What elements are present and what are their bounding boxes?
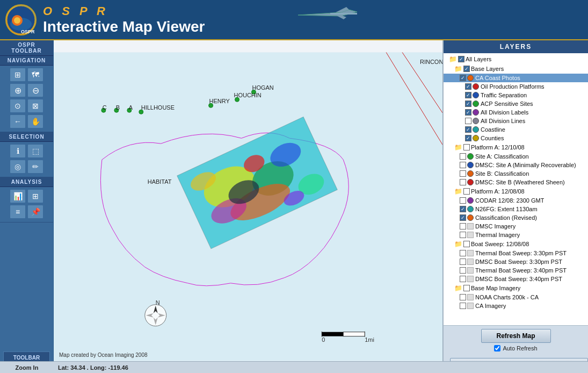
tree-item-dmsc-boat-340pm[interactable]: DMSC Boat Sweep: 3:40pm PST — [444, 275, 588, 283]
pencil-button[interactable]: ✏ — [27, 160, 43, 174]
tree-item-n26fg-extent[interactable]: ✓N26FG: Extent 1130am — [444, 205, 588, 213]
app-title-block: O S P R Interactive Map Viewer — [43, 4, 205, 35]
tree-item-all-division-labels[interactable]: ✓All Division Labels — [444, 108, 588, 117]
layer-icon — [467, 214, 474, 221]
pan-button[interactable]: ⊙ — [10, 99, 26, 113]
auto-refresh-checkbox[interactable] — [494, 345, 500, 352]
grid-view-button[interactable]: ⊞ — [10, 68, 26, 82]
ospr-toolbar-label: OSPRTOOLBAR — [0, 40, 53, 56]
tree-item-acp-sensitive-sites[interactable]: ✓ACP Sensitive Sites — [444, 99, 588, 108]
svg-text:RINCON ISLAND: RINCON ISLAND — [420, 59, 442, 65]
tree-item-dmsc-site-a[interactable]: DMSC: Site A (Minimally Recoverable) — [444, 161, 588, 169]
zoom-out-button[interactable]: ⊖ — [27, 83, 43, 97]
hand-tool-button[interactable]: ✋ — [27, 114, 43, 128]
tree-item-base-layers[interactable]: 📁✓Base Layers — [444, 64, 588, 74]
map-view-button[interactable]: 🗺 — [27, 68, 43, 82]
layer-checkbox[interactable]: ✓ — [463, 66, 470, 72]
info-button[interactable]: ℹ — [10, 144, 26, 158]
tree-item-platform-a-1208[interactable]: 📁Platform A: 12/08/08 — [444, 186, 588, 196]
layer-checkbox[interactable] — [460, 179, 466, 185]
tree-item-ca-imagery[interactable]: CA Imagery — [444, 302, 588, 310]
layer-label: All Division Lines — [481, 118, 525, 124]
layers-tree[interactable]: 📁✓All Layers📁✓Base Layers✓CA Coast Photo… — [444, 53, 588, 325]
tree-item-thermal-imagery[interactable]: Thermal Imagery — [444, 231, 588, 239]
select-radius-button[interactable]: ◎ — [10, 160, 26, 174]
layer-checkbox[interactable]: ✓ — [465, 135, 471, 141]
zoom-in-label: Zoom In — [0, 361, 54, 373]
layer-checkbox[interactable]: ✓ — [460, 75, 466, 81]
layer-checkbox[interactable]: ✓ — [460, 214, 466, 221]
tree-item-platform-a-1210[interactable]: 📁Platform A: 12/10/08 — [444, 142, 588, 152]
layer-checkbox[interactable] — [463, 144, 470, 150]
tree-item-site-b-classification[interactable]: Site B: Classification — [444, 169, 588, 178]
tree-item-thermal-boat-330pm[interactable]: Thermal Boat Sweep: 3:30pm PST — [444, 249, 588, 257]
tree-item-dmsc-site-b[interactable]: DMSC: Site B (Weathered Sheen) — [444, 178, 588, 186]
layer-checkbox[interactable] — [460, 250, 466, 256]
tree-item-all-layers[interactable]: 📁✓All Layers — [444, 54, 588, 64]
layer-label: DMSC: Site B (Weathered Sheen) — [475, 179, 565, 185]
layer-checkbox[interactable] — [460, 232, 466, 238]
marker-button[interactable]: 📌 — [27, 205, 43, 219]
map-container: RINCON ISLAND HOGAN HENRY HOUCHIN HILLHO… — [54, 40, 443, 373]
layer-icon — [467, 153, 474, 160]
layer-checkbox[interactable] — [460, 276, 466, 282]
chart-button[interactable]: 📊 — [10, 189, 26, 203]
layer-checkbox[interactable] — [460, 294, 466, 300]
app-subtitle: Interactive Map Viewer — [43, 18, 205, 35]
refresh-map-button[interactable]: Refresh Map — [481, 329, 551, 343]
zoom-extent-button[interactable]: ⊠ — [27, 99, 43, 113]
tree-item-ca-coast-photos[interactable]: ✓CA Coast Photos — [444, 74, 588, 82]
layer-checkbox[interactable]: ✓ — [458, 56, 464, 62]
layer-checkbox[interactable]: ✓ — [465, 83, 471, 90]
layer-label: Base Map Imagery — [471, 285, 520, 291]
tree-item-counties[interactable]: ✓Counties — [444, 134, 588, 142]
layer-checkbox[interactable] — [460, 259, 466, 265]
layer-checkbox[interactable]: ✓ — [465, 109, 471, 116]
tree-item-boat-sweep-1208[interactable]: 📁Boat Sweep: 12/08/08 — [444, 239, 588, 249]
tree-item-dmsc-imagery[interactable]: DMSC Imagery — [444, 222, 588, 231]
layer-checkbox[interactable] — [460, 153, 466, 160]
back-button[interactable]: ← — [10, 114, 26, 128]
layer-checkbox[interactable] — [463, 241, 470, 247]
layer-checkbox[interactable] — [460, 267, 466, 274]
lines-button[interactable]: ≡ — [10, 205, 26, 219]
tree-item-classification-revised[interactable]: ✓Classification (Revised) — [444, 213, 588, 222]
layer-label: DMSC Boat Sweep: 3:30pm PST — [475, 259, 562, 265]
layer-icon — [467, 170, 474, 177]
tree-item-codar-2300[interactable]: CODAR 12/08: 2300 GMT — [444, 196, 588, 205]
layer-checkbox[interactable]: ✓ — [465, 101, 471, 107]
tree-item-site-a-classification[interactable]: Site A: Classification — [444, 152, 588, 161]
tree-item-base-map-imagery[interactable]: 📁Base Map Imagery — [444, 283, 588, 293]
layer-label: Site A: Classification — [475, 153, 529, 160]
zoom-in-button[interactable]: ⊕ — [10, 83, 26, 97]
layer-checkbox[interactable] — [460, 197, 466, 204]
layer-checkbox[interactable]: ✓ — [465, 92, 471, 98]
layer-checkbox[interactable] — [465, 118, 471, 124]
layer-label: Classification (Revised) — [475, 214, 537, 221]
layer-icon-empty — [467, 250, 474, 256]
svg-text:A: A — [129, 104, 133, 111]
tree-item-noaa-charts[interactable]: NOAA Charts 200k - CA — [444, 293, 588, 302]
tree-item-thermal-boat-340pm[interactable]: Thermal Boat Sweep: 3:40pm PST — [444, 266, 588, 275]
layer-icon-empty — [467, 276, 474, 282]
tree-item-all-division-lines[interactable]: All Division Lines — [444, 117, 588, 125]
map-credit: Map created by Ocean Imaging 2008 — [59, 352, 148, 358]
layer-checkbox[interactable] — [460, 223, 466, 229]
layer-checkbox[interactable] — [463, 188, 470, 195]
table-button[interactable]: ⊞ — [27, 189, 43, 203]
layer-checkbox[interactable]: ✓ — [465, 126, 471, 133]
coord-display: Lat: 34.34 . Long: -119.46 — [58, 364, 128, 371]
layer-icon — [473, 92, 479, 98]
tree-item-traffic-separation[interactable]: ✓Traffic Separation — [444, 91, 588, 99]
tree-item-coastline[interactable]: ✓Coastline — [444, 125, 588, 134]
layer-checkbox[interactable] — [460, 303, 466, 309]
tree-item-dmsc-boat-330pm[interactable]: DMSC Boat Sweep: 3:30pm PST — [444, 257, 588, 266]
layer-checkbox[interactable]: ✓ — [460, 206, 466, 212]
select-box-button[interactable]: ⬚ — [27, 144, 43, 158]
layer-checkbox[interactable] — [460, 162, 466, 168]
tree-item-oil-production-platforms[interactable]: ✓Oil Production Platforms — [444, 82, 588, 91]
layer-checkbox[interactable] — [463, 285, 470, 291]
layer-checkbox[interactable] — [460, 170, 466, 177]
layer-label: All Division Labels — [481, 109, 528, 116]
layer-icon — [473, 109, 479, 116]
